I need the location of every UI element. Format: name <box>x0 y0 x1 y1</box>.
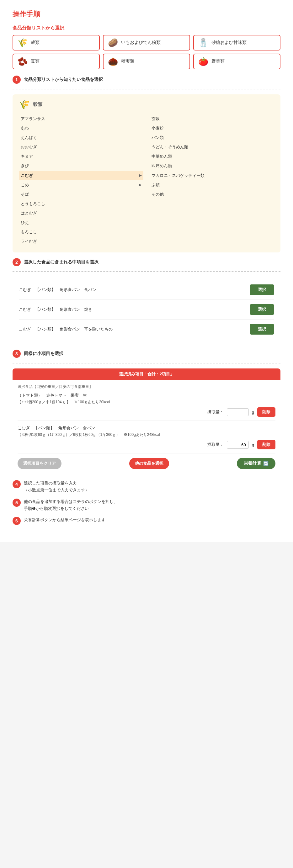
potato-label: いもおよびでん粉類 <box>121 40 160 45</box>
grain-col-left: アマランサス あわ えんばく おおむぎ キヌア きび こむぎ ▶ こめ ▶ そば… <box>19 114 146 246</box>
grain-right-soku[interactable]: 即席めん類 <box>150 161 274 170</box>
bottom-badge-5: 5 <box>12 499 21 507</box>
delete-button-0[interactable]: 削除 <box>257 407 275 417</box>
step1-text: 食品分類リストから知りたい食品を選択 <box>24 77 103 83</box>
step3-text: 同様に小項目を選択 <box>24 351 63 356</box>
grain-panel-title: 穀類 <box>33 102 42 107</box>
step2-badge: 2 <box>12 258 21 266</box>
select-button-1[interactable]: 選択 <box>250 304 274 315</box>
clear-button[interactable]: 選択項目をクリア <box>18 458 61 469</box>
grain-right-genkok[interactable]: 玄穀 <box>150 114 274 124</box>
step3-instruction: 3 同様に小項目を選択 <box>12 350 281 358</box>
food-name-2: こむぎ 【パン類】 角形食パン 耳を除いたもの <box>19 327 250 332</box>
komugi-arrow: ▶ <box>139 173 142 179</box>
intake-unit-0: g <box>252 410 254 414</box>
selected-food-item-0: （トマト類） 赤色トマト 果実 生 【 中1個200ｇ／中1個194ｇ 】 ※1… <box>18 393 275 421</box>
grain-right-other[interactable]: その他 <box>150 190 274 199</box>
divider1 <box>12 89 281 89</box>
grain-item-toumorokoshi[interactable]: とうもろこし <box>19 199 143 209</box>
sugar-icon: 🧂 <box>198 38 208 47</box>
intake-label-1: 摂取量： <box>207 442 224 447</box>
selected-food-name-0: （トマト類） 赤色トマト 果実 生 <box>18 393 275 398</box>
bottom-step-5: 5 他の食品を追加する場合はコチラのボタンを押し、 手順❶から順次選択をしてくだ… <box>12 498 281 512</box>
page-title: 操作手順 <box>12 9 281 19</box>
select-button-2[interactable]: 選択 <box>250 324 274 335</box>
category-potato[interactable]: 🥔 いもおよびでん粉類 <box>103 35 190 51</box>
delete-button-1[interactable]: 削除 <box>257 440 275 450</box>
category-seeds[interactable]: 🌰 種実類 <box>103 54 190 69</box>
grains-label: 穀類 <box>31 40 39 45</box>
selected-panel: 選択済み項目「合計：2項目」 選択食品【目安の重量／目安の可食部重量】 （トマト… <box>12 368 281 473</box>
bottom-step-4-text: 選択した項目の摂取量を入力 <box>24 480 89 487</box>
grain-item-enbaku[interactable]: えんばく <box>19 133 143 143</box>
selected-panel-body: 選択食品【目安の重量／目安の可食部重量】 （トマト類） 赤色トマト 果実 生 【… <box>12 380 281 473</box>
bottom-badge-4: 4 <box>12 480 21 488</box>
grain-item-kibi[interactable]: きび <box>19 161 143 170</box>
selected-panel-header: 選択済み項目「合計：2項目」 <box>12 368 281 380</box>
category-grid: 🌾 穀類 🥔 いもおよびでん粉類 🧂 砂糖および甘味類 🫘 豆類 🌰 種実類 🍅… <box>12 35 281 69</box>
bottom-step-6: 6 栄養計算ボタンから結果ページを表示します <box>12 517 281 525</box>
grain-right-flour[interactable]: 小麦粉 <box>150 124 274 133</box>
grain-item-kome[interactable]: こめ ▶ <box>19 180 143 190</box>
intake-label-0: 摂取量： <box>207 409 224 415</box>
nutrition-button[interactable]: 栄養計算 🔄 <box>237 458 275 469</box>
step2-instruction: 2 選択した食品に含まれる中項目を選択 <box>12 258 281 266</box>
step1-instruction: 1 食品分類リストから知りたい食品を選択 <box>12 75 281 84</box>
potato-icon: 🥔 <box>108 38 118 47</box>
page-container: 操作手順 食品分類リストから選択 🌾 穀類 🥔 いもおよびでん粉類 🧂 砂糖およ… <box>0 0 293 542</box>
nutrition-icon: 🔄 <box>263 461 268 466</box>
grain-item-raimugi[interactable]: ライむぎ <box>19 237 143 246</box>
grain-right-chuka[interactable]: 中華めん類 <box>150 152 274 161</box>
bottom-step-4-subtext: （小数点第一位まで入力できます） <box>24 487 89 494</box>
bottom-step-5-content: 他の食品を追加する場合はコチラのボタンを押し、 手順❶から順次選択をしてください <box>24 498 118 512</box>
category-beans[interactable]: 🫘 豆類 <box>12 54 100 69</box>
vegetables-label: 野菜類 <box>211 59 225 64</box>
grain-item-hatomugi[interactable]: はとむぎ <box>19 209 143 218</box>
category-sugar[interactable]: 🧂 砂糖および甘味類 <box>193 35 281 51</box>
grain-item-morokoshi[interactable]: もろこし <box>19 227 143 237</box>
grain-item-soba[interactable]: そば <box>19 190 143 199</box>
grain-panel: 🌾 穀類 アマランサス あわ えんばく おおむぎ キヌア きび こむぎ ▶ こめ… <box>12 94 281 252</box>
step1-badge: 1 <box>12 75 21 84</box>
grain-right-macaroni[interactable]: マカロニ・スパゲッティー類 <box>150 171 274 180</box>
bottom-step-6-text: 栄養計算ボタンから結果ページを表示します <box>24 517 106 523</box>
divider2 <box>12 271 281 272</box>
intake-row-0: 摂取量： g 削除 <box>18 407 275 417</box>
grain-columns: アマランサス あわ えんばく おおむぎ キヌア きび こむぎ ▶ こめ ▶ そば… <box>19 114 274 246</box>
selected-food-detail-1: 【 6枚切1枚60ｇ（1斤360ｇ）／6枚切1枚60ｇ（1斤360ｇ） ※100… <box>18 432 275 437</box>
grain-item-komugi[interactable]: こむぎ ▶ <box>19 171 143 180</box>
intake-input-1[interactable] <box>227 441 249 449</box>
selected-food-label: 選択食品【目安の重量／目安の可食部重量】 <box>18 384 275 390</box>
beans-label: 豆類 <box>31 59 39 64</box>
intake-row-1: 摂取量： g 削除 <box>18 440 275 450</box>
food-row-1: こむぎ 【パン類】 角形食パン 焼き 選択 <box>19 300 274 319</box>
food-row-0: こむぎ 【パン類】 角形食パン 食パン 選択 <box>19 280 274 300</box>
grain-item-hie[interactable]: ひえ <box>19 218 143 227</box>
grain-col-right: 玄穀 小麦粉 パン類 うどん・そうめん類 中華めん類 即席めん類 マカロニ・スパ… <box>146 114 274 246</box>
intake-input-0[interactable] <box>227 408 249 416</box>
grain-right-udon[interactable]: うどん・そうめん類 <box>150 143 274 152</box>
nutrition-label: 栄養計算 <box>244 461 261 466</box>
grain-right-pan[interactable]: パン類 <box>150 133 274 143</box>
grain-item-amaranth[interactable]: アマランサス <box>19 114 143 124</box>
section1-heading: 食品分類リストから選択 <box>12 25 281 31</box>
food-select-panel: こむぎ 【パン類】 角形食パン 食パン 選択 こむぎ 【パン類】 角形食パン 焼… <box>12 277 281 344</box>
sugar-label: 砂糖および甘味類 <box>211 40 246 45</box>
bottom-step-4-content: 選択した項目の摂取量を入力 （小数点第一位まで入力できます） <box>24 480 89 494</box>
grain-item-oomugi[interactable]: おおむぎ <box>19 143 143 152</box>
beans-icon: 🫘 <box>18 57 28 66</box>
bottom-step-5-text: 他の食品を追加する場合はコチラのボタンを押し、 手順❶から順次選択をしてください <box>24 498 118 512</box>
food-name-0: こむぎ 【パン類】 角形食パン 食パン <box>19 287 250 292</box>
grain-right-fu[interactable]: ふ類 <box>150 180 274 190</box>
other-food-button[interactable]: 他の食品を選択 <box>129 458 169 469</box>
grain-item-awa[interactable]: あわ <box>19 124 143 133</box>
select-button-0[interactable]: 選択 <box>250 284 274 295</box>
category-grains[interactable]: 🌾 穀類 <box>12 35 100 51</box>
grain-item-kinua[interactable]: キヌア <box>19 152 143 161</box>
seeds-icon: 🌰 <box>108 57 118 66</box>
step2-text: 選択した食品に含まれる中項目を選択 <box>24 259 98 265</box>
bottom-step-4: 4 選択した項目の摂取量を入力 （小数点第一位まで入力できます） <box>12 480 281 494</box>
category-vegetables[interactable]: 🍅 野菜類 <box>193 54 281 69</box>
grain-panel-icon: 🌾 <box>19 99 30 110</box>
step3-badge: 3 <box>12 350 21 358</box>
